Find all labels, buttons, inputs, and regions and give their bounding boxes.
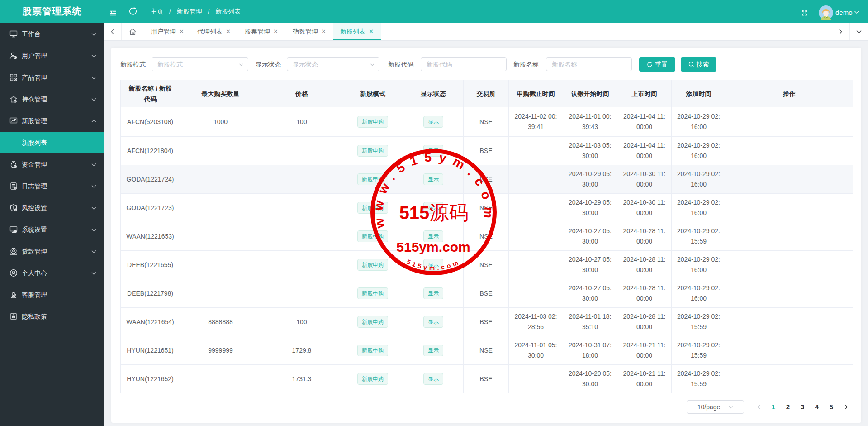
svg-text:515源码: 515源码: [399, 201, 469, 223]
svg-text:515ym.com: 515ym.com: [396, 239, 470, 254]
